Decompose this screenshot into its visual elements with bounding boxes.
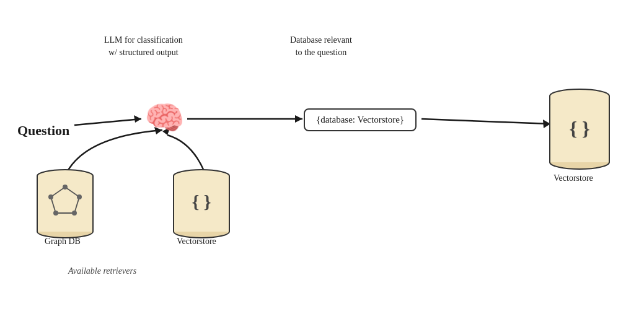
vectorstore-right-label: Vectorstore <box>554 173 593 183</box>
svg-point-27 <box>53 211 58 216</box>
svg-rect-20 <box>550 96 609 162</box>
svg-point-25 <box>77 194 82 199</box>
llm-annotation: LLM for classification w/ structured out… <box>104 34 183 58</box>
svg-point-14 <box>174 225 229 238</box>
svg-point-9 <box>37 225 93 238</box>
available-retrievers-label: Available retrievers <box>68 266 136 276</box>
db-json-box: {database: Vectorstore} <box>304 108 417 131</box>
svg-line-4 <box>421 119 550 124</box>
svg-text:{ }: { } <box>192 191 211 212</box>
vectorstore-bottom-label: Vectorstore <box>177 237 216 246</box>
svg-rect-15 <box>174 176 229 232</box>
brain-icon: 🧠 <box>143 96 186 139</box>
svg-point-28 <box>48 194 53 199</box>
diagram-container: { } { } Question LLM for classification … <box>0 0 644 327</box>
question-label: Question <box>17 123 69 139</box>
svg-marker-1 <box>134 115 141 123</box>
svg-point-8 <box>37 170 93 182</box>
svg-marker-23 <box>51 187 79 213</box>
svg-marker-3 <box>295 115 302 123</box>
svg-point-19 <box>550 155 609 169</box>
svg-text:{ }: { } <box>569 117 589 139</box>
svg-point-26 <box>72 211 77 216</box>
svg-point-13 <box>174 170 229 182</box>
svg-point-18 <box>550 89 609 103</box>
svg-rect-10 <box>37 176 93 232</box>
svg-point-24 <box>63 185 68 190</box>
graphdb-label: Graph DB <box>45 237 81 246</box>
svg-marker-5 <box>543 120 550 128</box>
svg-line-0 <box>74 119 141 125</box>
db-annotation: Database relevant to the question <box>290 34 352 58</box>
